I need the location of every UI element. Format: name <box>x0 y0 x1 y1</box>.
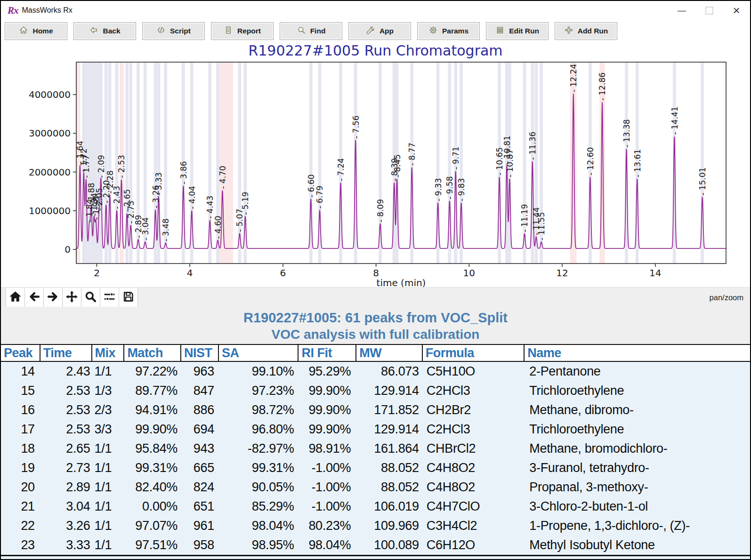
peak-label: - 12.24 <box>569 64 578 92</box>
cell-mw: 109.969 <box>356 519 423 533</box>
cell-mix: 1/1 <box>92 364 125 379</box>
maximize-icon <box>705 7 713 15</box>
table-row[interactable]: 192.731/199.31%66599.31%-1.00%88.052C4H8… <box>1 458 750 478</box>
cell-formula: C2HCl3 <box>423 422 525 437</box>
svg-text:12: 12 <box>556 267 568 279</box>
toolbar-button-label: Params <box>442 27 468 35</box>
cell-name: 2-Pentanone <box>525 364 750 379</box>
table-row[interactable]: 213.041/10.00%65185.29%-1.00%106.019C4H7… <box>1 497 750 516</box>
minimize-button[interactable]: — <box>668 1 695 20</box>
cell-match: 0.00% <box>124 499 181 514</box>
column-header-mw[interactable]: MW <box>356 345 423 361</box>
peak-label: - 7.56 <box>351 115 361 138</box>
cell-mw: 129.914 <box>356 422 423 437</box>
home-icon <box>9 290 22 305</box>
cell-time: 3.33 <box>40 538 92 552</box>
table-row[interactable]: 202.891/182.40%82490.05%-1.00%88.052C4H8… <box>1 478 750 497</box>
peak-label: - 8.09 <box>376 199 385 222</box>
toolbar-button-script[interactable]: Script <box>142 22 205 40</box>
cell-mix: 1/3 <box>92 384 125 398</box>
cell-mw: 106.019 <box>356 499 423 514</box>
cell-sa: 98.04% <box>219 519 299 533</box>
cell-name: Methane, dibromo- <box>525 403 750 417</box>
forward-arrow-icon <box>47 290 59 305</box>
svg-text:4: 4 <box>187 267 193 279</box>
toolbar-button-params[interactable]: Params <box>417 22 480 40</box>
cell-ri-fit: 95.29% <box>299 364 356 379</box>
cell-peak: 16 <box>1 403 40 417</box>
column-header-name[interactable]: Name <box>525 345 750 361</box>
nav-move-button[interactable] <box>63 288 81 307</box>
toolbar-button-add-run[interactable]: Add Run <box>555 22 617 40</box>
plus-icon <box>564 25 573 37</box>
nav-zoom-button[interactable] <box>81 288 100 307</box>
peak-label: - 7.24 <box>336 158 346 181</box>
close-button[interactable]: × <box>723 1 750 20</box>
table-row[interactable]: 172.533/399.90%69496.80%99.90%129.914C2H… <box>1 420 750 439</box>
title-bar: Rx MassWorks Rx — × <box>1 1 750 20</box>
toolbar-button-home[interactable]: Home <box>5 22 67 40</box>
column-header-mix[interactable]: Mix <box>92 345 125 361</box>
cell-peak: 19 <box>1 461 40 475</box>
cell-mix: 1/1 <box>92 461 125 475</box>
nav-back-arrow-button[interactable] <box>25 288 44 307</box>
cell-nist: 943 <box>181 441 219 456</box>
zoom-icon <box>84 290 97 305</box>
table-row[interactable]: 233.331/197.51%95898.95%98.04%100.089C6H… <box>1 536 750 555</box>
plot-nav-toolbar: pan/zoom <box>1 287 750 307</box>
column-header-match[interactable]: Match <box>124 345 181 361</box>
nav-sliders-button[interactable] <box>100 288 119 307</box>
cell-sa: 98.95% <box>219 538 299 552</box>
column-header-nist[interactable]: NIST <box>181 345 219 361</box>
nav-save-button[interactable] <box>119 288 138 307</box>
y-tick-labels: 01000000200000030000004000000 <box>29 89 71 255</box>
peak-label: - 2.09 <box>97 155 106 178</box>
cell-mw: 161.864 <box>356 441 423 456</box>
toolbar-button-report[interactable]: Report <box>211 22 274 40</box>
app-title: MassWorks Rx <box>22 6 73 15</box>
cell-sa: 98.72% <box>219 403 299 417</box>
cell-time: 3.04 <box>40 499 92 514</box>
cell-formula: C6H12O <box>423 538 525 552</box>
nav-home-button[interactable] <box>6 288 25 307</box>
column-header-formula[interactable]: Formula <box>423 345 525 361</box>
table-row[interactable]: 182.651/195.84%943-82.97%98.91%161.864CH… <box>1 439 750 458</box>
peak-label: - 2.53 <box>117 155 126 178</box>
nav-forward-arrow-button[interactable] <box>44 288 63 307</box>
column-header-peak[interactable]: Peak <box>1 345 40 361</box>
toolbar-button-label: Back <box>103 27 120 35</box>
column-header-time[interactable]: Time <box>40 345 92 361</box>
peak-label: - 9.83 <box>457 178 466 201</box>
maximize-button[interactable] <box>695 1 723 20</box>
toolbar-button-find[interactable]: Find <box>280 22 342 40</box>
cell-mix: 1/1 <box>92 441 125 456</box>
column-header-sa[interactable]: SA <box>219 345 299 361</box>
back-arrow-icon <box>28 290 40 305</box>
toolbar-button-app[interactable]: App <box>348 22 411 40</box>
toolbar-button-label: Add Run <box>578 27 608 35</box>
cell-mix: 3/3 <box>92 422 125 437</box>
table-row[interactable]: 223.261/197.07%96198.04%80.23%109.969C3H… <box>1 516 750 536</box>
chromatogram-chart[interactable]: - 1.64- 1.72- 1.77- 1.84- 1.88- 1.94- 1.… <box>1 61 751 287</box>
cell-ri-fit: 98.91% <box>299 441 356 456</box>
cell-formula: C4H8O2 <box>423 480 525 495</box>
toolbar-button-back[interactable]: Back <box>73 22 136 40</box>
cell-match: 95.84% <box>124 441 181 456</box>
gear-icon <box>428 25 438 37</box>
table-row[interactable]: 152.531/389.77%84797.23%99.90%129.914C2H… <box>1 381 750 400</box>
cell-time: 2.53 <box>40 384 92 398</box>
table-row[interactable]: 162.532/394.91%88698.72%99.90%171.852CH2… <box>1 400 750 420</box>
cell-mix: 1/1 <box>92 538 125 552</box>
cell-sa: 90.05% <box>219 480 299 495</box>
cell-match: 99.31% <box>124 461 181 475</box>
save-icon <box>122 290 135 305</box>
cell-peak: 20 <box>1 480 40 495</box>
column-header-ri-fit[interactable]: RI Fit <box>299 345 356 361</box>
table-row[interactable]: 142.431/197.22%96399.10%95.29%86.073C5H1… <box>1 362 750 381</box>
cell-formula: CH2Br2 <box>423 403 525 417</box>
cell-time: 2.73 <box>40 461 92 475</box>
app-logo-icon: Rx <box>8 5 18 16</box>
svg-text:0: 0 <box>65 244 71 255</box>
toolbar-button-edit-run[interactable]: Edit Run <box>486 22 549 40</box>
cell-name: Methyl Isobutyl Ketone <box>525 538 750 552</box>
